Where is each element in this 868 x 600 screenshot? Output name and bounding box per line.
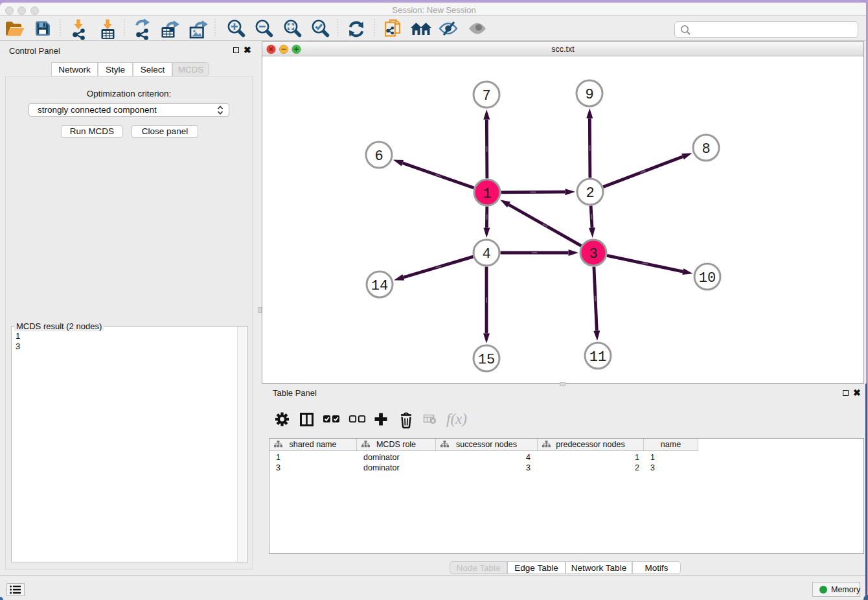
svg-text:f(x): f(x) [446, 411, 467, 427]
svg-text:3: 3 [589, 246, 597, 262]
svg-text:11: 11 [589, 349, 606, 365]
svg-text:14: 14 [371, 278, 388, 294]
svg-text:6: 6 [374, 148, 383, 165]
svg-text:10: 10 [699, 270, 716, 286]
svg-text:2: 2 [586, 185, 594, 202]
svg-text:8: 8 [702, 141, 710, 157]
svg-text:1: 1 [483, 186, 491, 202]
svg-text:7: 7 [482, 88, 490, 104]
svg-text:15: 15 [478, 352, 495, 368]
svg-text:4: 4 [482, 246, 490, 262]
svg-text:9: 9 [585, 87, 593, 103]
